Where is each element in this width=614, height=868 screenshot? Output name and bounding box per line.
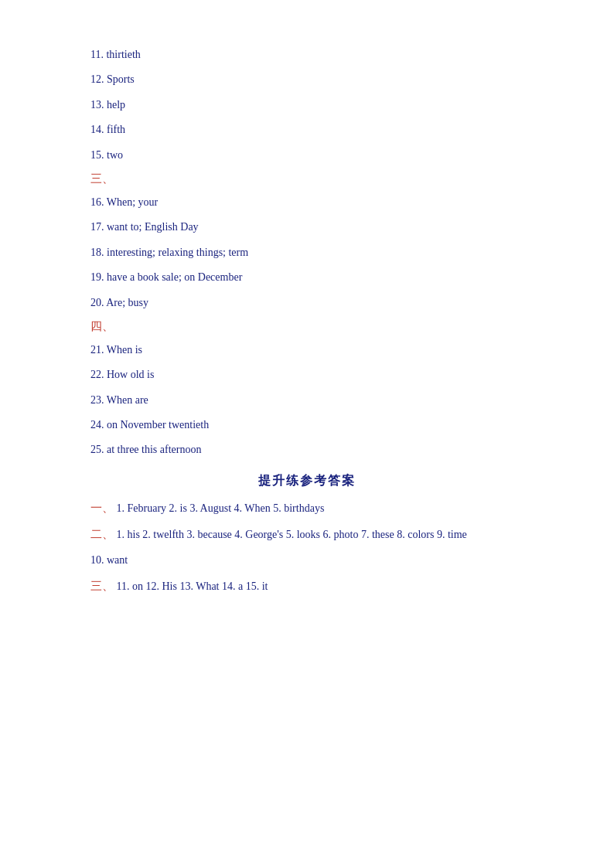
item-15: 15. two [90,147,524,164]
item-12: 12. Sports [90,71,524,88]
item-24-text: on November twentieth [107,419,209,431]
item-13: 13. help [90,97,524,114]
item-12-text: Sports [107,73,135,85]
items-21-25: 21. When is 22. How old is 23. When are … [90,342,524,459]
item-12-num: 12. [90,73,107,85]
section-san2-block: 三、 11. on 12. His 13. What 14. a 15. it [90,577,524,595]
item-25-num: 25. [90,444,107,455]
item-16-num: 16. [90,196,107,208]
section-er-block: 二、 1. his 2. twelfth 3. because 4. Georg… [90,525,524,543]
item-21-text: When is [107,344,142,356]
item-21-num: 21. [90,344,107,356]
item-23: 23. When are [90,392,524,409]
page-title: 提升练参考答案 [90,473,524,489]
item-15-text: two [107,149,123,161]
item-19: 19. have a book sale; on December [90,269,524,286]
item-15-num: 15. [90,149,107,161]
item-22-num: 22. [90,369,107,380]
section-yi-label: 一、 [90,502,114,514]
item-25: 25. at three this afternoon [90,441,524,458]
section-yi-block: 一、 1. February 2. is 3. August 4. When 5… [90,500,524,517]
item-14-text: fifth [107,124,125,135]
item-24-num: 24. [90,419,107,431]
items-16-20: 16. When; your 17. want to; English Day … [90,194,524,311]
item-18: 18. interesting; relaxing things; term [90,244,524,261]
item-13-text: help [107,99,125,111]
section-er-label: 二、 [90,528,114,540]
section-er-text: 1. his 2. twelfth 3. because 4. George's… [117,529,467,540]
item-17: 17. want to; English Day [90,219,524,236]
item-25-text: at three this afternoon [107,444,201,455]
item-22-text: How old is [107,369,154,380]
item-16-text: When; your [107,196,158,208]
item-16: 16. When; your [90,194,524,211]
item-21: 21. When is [90,342,524,359]
item-20-text: Are; busy [106,297,148,308]
item-11-text: thirtieth [106,49,140,60]
section-yi-text: 1. February 2. is 3. August 4. When 5. b… [117,502,325,514]
item-23-text: When are [107,394,148,406]
item-13-num: 13. [90,99,107,111]
section-san2-text: 11. on 12. His 13. What 14. a 15. it [117,580,268,592]
item-24: 24. on November twentieth [90,417,524,434]
item-23-num: 23. [90,394,107,406]
item-11: 11. thirtieth [90,46,524,63]
section-si: 四、 [90,319,524,334]
section-san: 三、 [90,172,524,186]
item-20-num: 20. [90,297,106,308]
item-20: 20. Are; busy [90,294,524,311]
item-19-text: have a book sale; on December [107,271,242,283]
item-18-text: interesting; relaxing things; term [107,247,248,258]
item-18-num: 18. [90,247,107,258]
item-14-num: 14. [90,124,107,135]
item-11-num: 11. [90,49,106,60]
items-11-15: 11. thirtieth 12. Sports 13. help 14. fi… [90,46,524,164]
section-san2-label: 三、 [90,580,114,592]
item-17-num: 17. [90,221,107,233]
item-14: 14. fifth [90,121,524,138]
item-19-num: 19. [90,271,107,283]
section-er-text2: 10. want [90,552,524,569]
item-22: 22. How old is [90,366,524,383]
item-17-text: want to; English Day [107,221,199,233]
